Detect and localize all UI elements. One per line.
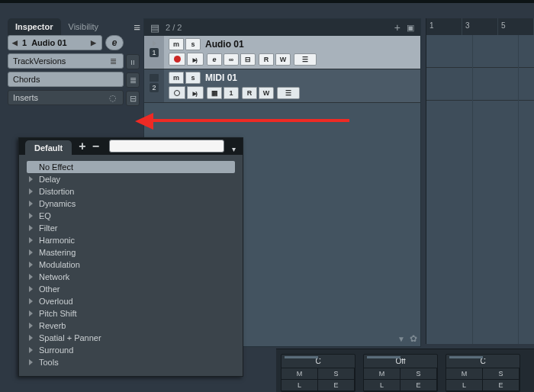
plugin-category-item[interactable]: EQ [27, 210, 235, 222]
track-handle[interactable]: 1 [144, 36, 164, 69]
channel-pan[interactable]: C [281, 355, 355, 368]
timeline-ruler[interactable]: 1 3 5 [426, 18, 534, 35]
inserts-sidebutton[interactable]: ⊟ [126, 91, 140, 106]
add-preset-icon[interactable]: + [76, 140, 88, 155]
mute-button[interactable]: M [363, 368, 400, 380]
plugin-category-item[interactable]: Distortion [27, 185, 235, 198]
edit-button[interactable]: E [317, 379, 355, 391]
section-track-versions[interactable]: TrackVersions ≣ ιı [8, 53, 124, 69]
record-dot-icon [174, 90, 180, 96]
expand-triangle-icon [29, 274, 33, 280]
listen-button[interactable]: L [363, 379, 400, 391]
plugin-category-item[interactable]: Filter [27, 222, 235, 234]
monitor-button[interactable] [187, 53, 204, 66]
solo-button[interactable]: S [317, 368, 355, 380]
inspector-menu-icon[interactable]: ≡ [130, 21, 143, 34]
track-name-field[interactable]: ◀ 1 Audio 01 ▶ [8, 35, 102, 50]
write-automation-button[interactable]: W [259, 87, 274, 99]
channel-strip[interactable]: C MS LE [446, 354, 520, 392]
gear-icon[interactable]: ✿ [410, 333, 417, 344]
mute-button[interactable]: m [169, 72, 184, 84]
track-handle[interactable]: 2 [144, 69, 164, 102]
listen-button[interactable]: L [446, 379, 483, 391]
tab-visibility[interactable]: Visibility [61, 18, 107, 35]
preset-tab-default[interactable]: Default [25, 140, 72, 155]
channel-pan[interactable]: Off [364, 355, 437, 368]
lane-toggle-button[interactable]: ☰ [277, 87, 300, 99]
section-inserts[interactable]: Inserts ◌ ⊟ [8, 90, 124, 105]
edit-button[interactable]: E [482, 379, 520, 391]
read-automation-button[interactable]: R [242, 87, 257, 99]
tab-inspector[interactable]: Inspector [8, 18, 61, 35]
write-automation-button[interactable]: W [275, 53, 291, 66]
plugin-category-item[interactable]: Modulation [27, 259, 235, 271]
ruler-mark: 3 [462, 18, 498, 35]
inserts-bypass-icon[interactable]: ◌ [108, 92, 118, 103]
chords-sidebutton[interactable]: ≣ [126, 72, 140, 88]
channel-strip[interactable]: Off MS LE [363, 354, 438, 392]
track-row[interactable]: 2 m s MIDI 01 ▦ 1 [144, 69, 420, 103]
monitor-button[interactable] [187, 86, 204, 99]
plugin-category-item[interactable]: Overloud [27, 295, 235, 307]
track-row[interactable]: 1 m s Audio 01 e ∞ [144, 36, 420, 69]
record-enable-button[interactable] [169, 53, 185, 66]
lane-number-button[interactable]: 1 [224, 87, 239, 99]
edit-channel-button[interactable]: e [207, 53, 222, 66]
plugin-search-input[interactable] [109, 140, 224, 153]
solo-button[interactable]: S [482, 368, 520, 380]
plugin-category-item[interactable]: No Effect [27, 161, 235, 173]
chevron-right-icon[interactable]: ▶ [91, 39, 98, 47]
filter-icon[interactable]: ▣ [407, 23, 414, 33]
plugin-category-item[interactable]: Network [27, 271, 235, 283]
track-versions-sidebutton[interactable]: ιı [126, 54, 140, 69]
lane-grid-button[interactable]: ▦ [207, 87, 222, 99]
expand-triangle-icon [29, 335, 33, 341]
edit-button[interactable]: E [400, 379, 437, 391]
mute-button[interactable]: M [281, 368, 318, 380]
mute-button[interactable]: m [169, 38, 184, 50]
plugin-category-item[interactable]: Other [27, 283, 235, 295]
inspector-tabs: Inspector Visibility ≡ [8, 18, 143, 35]
expand-triangle-icon [29, 323, 33, 329]
track-name[interactable]: MIDI 01 [205, 72, 237, 83]
section-chords[interactable]: Chords ≣ [8, 72, 124, 87]
mute-button[interactable]: M [446, 368, 483, 380]
expand-triangle-icon [29, 347, 33, 353]
solo-button[interactable]: S [400, 368, 437, 380]
track-number-badge: 2 [150, 83, 158, 92]
channel-strip[interactable]: C MS LE [281, 354, 355, 392]
plugin-category-item[interactable]: Reverb [27, 320, 235, 332]
plugin-category-item[interactable]: Pitch Shift [27, 307, 235, 320]
plugin-category-label: Distortion [39, 187, 74, 196]
solo-button[interactable]: s [185, 72, 201, 84]
plugin-category-item[interactable]: Dynamics [27, 198, 235, 210]
record-enable-button[interactable] [169, 86, 185, 99]
plugin-category-item[interactable]: Surround [27, 344, 235, 356]
solo-button[interactable]: s [185, 38, 201, 50]
track-name[interactable]: Audio 01 [205, 39, 244, 50]
play-indicator-icon [153, 40, 156, 47]
lane-toggle-button[interactable]: ☰ [294, 53, 317, 66]
arrangement-area[interactable] [426, 35, 534, 344]
inspector-panel: ◀ 1 Audio 01 ▶ e TrackVersions ≣ ιı Chor… [8, 35, 134, 108]
remove-preset-icon[interactable]: − [90, 140, 101, 155]
plugin-category-label: No Effect [39, 162, 73, 172]
edit-channel-button[interactable]: e [105, 35, 124, 50]
plugin-category-item[interactable]: Tools [27, 356, 235, 368]
channel-pan[interactable]: C [446, 355, 520, 368]
listen-button[interactable]: L [281, 379, 318, 391]
plugin-category-item[interactable]: Spatial + Panner [27, 332, 235, 344]
list-view-icon[interactable]: ▤ [150, 22, 159, 34]
chevron-left-icon[interactable]: ◀ [12, 39, 19, 47]
plugin-category-label: Reverb [39, 321, 66, 330]
plugin-category-label: Network [39, 272, 69, 281]
plugin-category-item[interactable]: Harmonic [27, 234, 235, 246]
plugin-category-item[interactable]: Delay [27, 173, 235, 185]
add-track-icon[interactable]: + [394, 21, 400, 34]
freeze-button[interactable]: ⊟ [240, 53, 256, 66]
insert-bypass-button[interactable]: ∞ [224, 53, 239, 66]
chevron-down-icon[interactable]: ▼ [397, 335, 405, 343]
plugin-category-item[interactable]: Mastering [27, 246, 235, 259]
read-automation-button[interactable]: R [259, 53, 274, 66]
search-dropdown-icon[interactable]: ▾ [232, 145, 243, 155]
